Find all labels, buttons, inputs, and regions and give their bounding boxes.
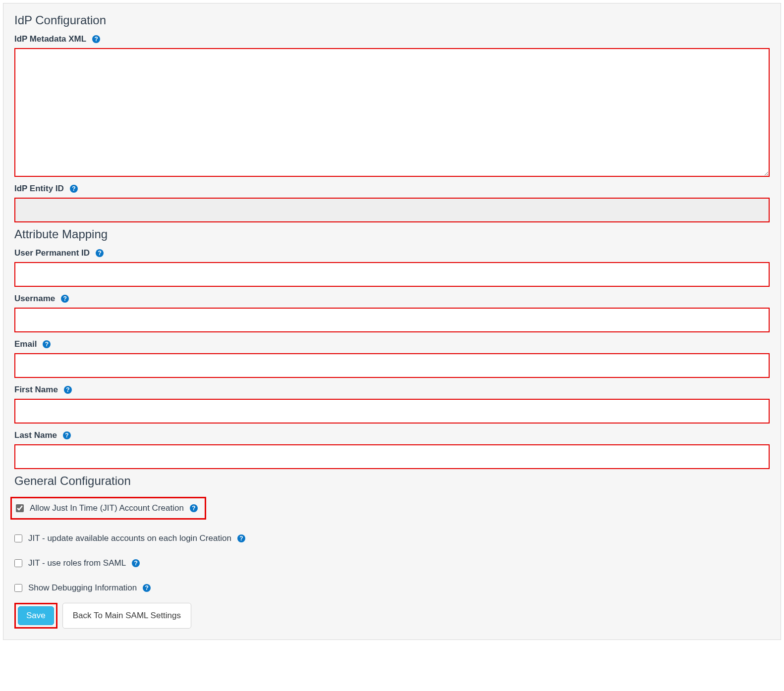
help-icon[interactable]: ? — [132, 559, 140, 567]
checkbox-label-show-debug: Show Debugging Information — [28, 583, 137, 593]
label-user-permanent-id: User Permanent ID ? — [14, 248, 770, 258]
input-email[interactable] — [14, 353, 770, 378]
input-username[interactable] — [14, 308, 770, 332]
label-text-last-name: Last Name — [14, 430, 57, 440]
checkbox-label-jit-update: JIT - update available accounts on each … — [28, 533, 231, 543]
help-icon[interactable]: ? — [64, 386, 72, 394]
label-text-first-name: First Name — [14, 385, 58, 395]
label-text-user-permanent-id: User Permanent ID — [14, 248, 90, 258]
label-text-username: Username — [14, 294, 55, 304]
section-general-configuration: General Configuration — [14, 474, 770, 488]
help-icon[interactable]: ? — [96, 249, 104, 257]
checkbox-jit-create[interactable] — [16, 504, 24, 512]
label-first-name: First Name ? — [14, 385, 770, 395]
help-icon[interactable]: ? — [61, 295, 69, 303]
checkbox-label-jit-roles: JIT - use roles from SAML — [28, 558, 126, 568]
label-idp-metadata-xml: IdP Metadata XML ? — [14, 34, 770, 44]
label-text-idp-metadata-xml: IdP Metadata XML — [14, 34, 86, 44]
help-icon[interactable]: ? — [237, 534, 245, 542]
back-to-main-saml-button[interactable]: Back To Main SAML Settings — [62, 603, 191, 629]
label-text-email: Email — [14, 339, 37, 349]
save-button[interactable]: Save — [18, 606, 54, 625]
label-last-name: Last Name ? — [14, 430, 770, 440]
help-icon[interactable]: ? — [92, 35, 100, 43]
label-username: Username ? — [14, 294, 770, 304]
checkbox-jit-update[interactable] — [14, 534, 22, 542]
input-idp-entity-id[interactable] — [14, 198, 770, 222]
help-icon[interactable]: ? — [70, 185, 78, 193]
help-icon[interactable]: ? — [143, 584, 151, 592]
section-idp-configuration: IdP Configuration — [14, 13, 770, 27]
checkbox-label-jit-create: Allow Just In Time (JIT) Account Creatio… — [30, 503, 184, 513]
help-icon[interactable]: ? — [63, 431, 71, 439]
section-attribute-mapping: Attribute Mapping — [14, 227, 770, 241]
checkbox-show-debug[interactable] — [14, 584, 22, 592]
input-last-name[interactable] — [14, 444, 770, 469]
label-text-idp-entity-id: IdP Entity ID — [14, 184, 64, 194]
jit-create-highlight: Allow Just In Time (JIT) Account Creatio… — [10, 497, 206, 520]
checkbox-jit-roles[interactable] — [14, 559, 22, 567]
save-highlight: Save — [14, 603, 57, 629]
input-user-permanent-id[interactable] — [14, 262, 770, 287]
help-icon[interactable]: ? — [190, 504, 198, 512]
label-email: Email ? — [14, 339, 770, 349]
input-idp-metadata-xml[interactable] — [14, 48, 770, 177]
help-icon[interactable]: ? — [43, 340, 51, 348]
input-first-name[interactable] — [14, 399, 770, 424]
label-idp-entity-id: IdP Entity ID ? — [14, 184, 770, 194]
saml-config-panel: IdP Configuration IdP Metadata XML ? IdP… — [3, 3, 781, 640]
